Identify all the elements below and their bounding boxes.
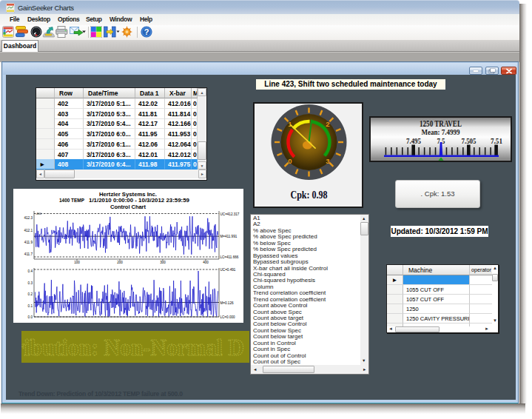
svg-text:?: ?	[144, 27, 149, 36]
svg-text:411.7: 411.7	[24, 252, 33, 256]
svg-text:LC=0.000: LC=0.000	[220, 315, 235, 319]
svg-text:0.4: 0.4	[28, 269, 33, 273]
svg-text:0.2: 0.2	[28, 292, 33, 296]
svg-text:0.3: 0.3	[28, 281, 33, 285]
svg-text:7.495: 7.495	[406, 138, 421, 145]
svg-text:M=411.991: M=411.991	[220, 235, 238, 238]
svg-text:Cpk: 0.98: Cpk: 0.98	[291, 189, 328, 201]
svg-text:200: 200	[117, 261, 123, 264]
svg-text:412.1: 412.1	[24, 229, 33, 232]
svg-text:LC=411.666: LC=411.666	[220, 255, 239, 259]
svg-text:Mean: 7.4999: Mean: 7.4999	[422, 127, 460, 136]
svg-text:400: 400	[203, 261, 209, 264]
svg-text:0.1: 0.1	[28, 304, 33, 308]
svg-text:Control Chart: Control Chart	[110, 204, 147, 210]
svg-text:7.505: 7.505	[462, 138, 477, 145]
svg-text:-400: -400	[36, 212, 42, 215]
svg-text:UC=0.491: UC=0.491	[220, 268, 236, 272]
svg-text:0: 0	[288, 157, 292, 165]
svg-text:ribution: Non-Normal D: ribution: Non-Normal D	[21, 334, 244, 361]
svg-text:UC=412.317: UC=412.317	[220, 212, 240, 216]
svg-text:7.51: 7.51	[491, 138, 502, 145]
svg-text:412.3: 412.3	[24, 216, 33, 220]
svg-text:100: 100	[74, 261, 80, 264]
svg-text:1400 TEMP: 1400 TEMP	[59, 197, 84, 204]
svg-text:3: 3	[326, 157, 329, 165]
svg-text:0.0: 0.0	[28, 315, 33, 319]
svg-text:2: 2	[326, 120, 329, 128]
svg-text:300: 300	[160, 261, 166, 264]
svg-text:M=0.126: M=0.126	[220, 301, 234, 305]
svg-text:411.9: 411.9	[24, 241, 33, 244]
